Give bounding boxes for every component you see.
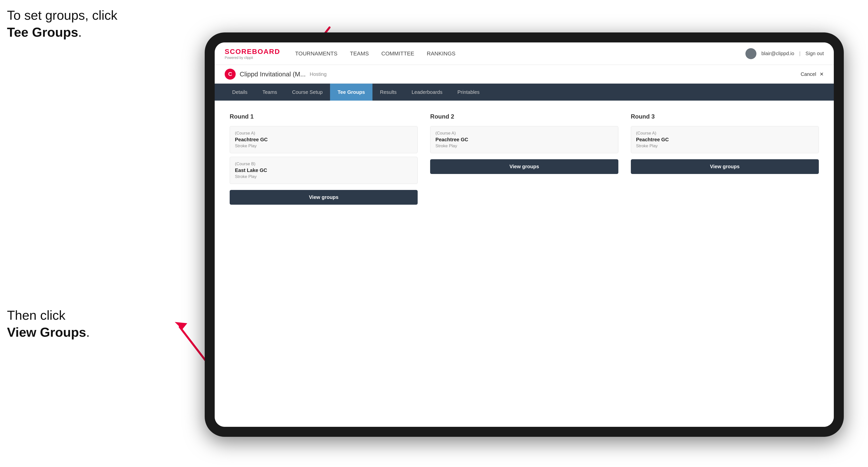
tab-bar: Details Teams Course Setup Tee Groups Re…: [215, 84, 834, 101]
round-2-course-a-card: (Course A) Peachtree GC Stroke Play: [430, 126, 618, 153]
top-nav: SCOREBOARD Powered by clippit TOURNAMENT…: [215, 42, 834, 65]
logo-text: SCOREBOARD: [225, 48, 280, 56]
tab-results[interactable]: Results: [372, 84, 404, 101]
cancel-label: Cancel: [801, 71, 816, 77]
nav-committee[interactable]: COMMITTEE: [381, 51, 414, 57]
tab-printables[interactable]: Printables: [450, 84, 487, 101]
round-3-view-groups-button[interactable]: View groups: [631, 159, 819, 174]
tab-leaderboards[interactable]: Leaderboards: [404, 84, 450, 101]
round-1-course-b-format: Stroke Play: [235, 174, 412, 179]
instruction-bottom: Then click View Groups.: [7, 307, 90, 341]
sign-out-link[interactable]: Sign out: [806, 51, 824, 56]
instruction-top: To set groups, click Tee Groups.: [7, 7, 117, 41]
tab-tee-groups[interactable]: Tee Groups: [330, 84, 372, 101]
tournament-icon: C: [225, 69, 236, 80]
round-2-course-a-format: Stroke Play: [435, 144, 613, 149]
round-2-view-groups-button[interactable]: View groups: [430, 159, 618, 174]
user-email: blair@clippd.io: [762, 51, 794, 56]
logo-area: SCOREBOARD Powered by clippit: [225, 48, 280, 60]
nav-links: TOURNAMENTS TEAMS COMMITTEE RANKINGS: [295, 51, 455, 57]
round-3-column: Round 3 (Course A) Peachtree GC Stroke P…: [631, 113, 819, 205]
tournament-title: Clippd Invitational (M...: [240, 70, 306, 78]
rounds-container: Round 1 (Course A) Peachtree GC Stroke P…: [230, 113, 819, 205]
round-3-course-a-card: (Course A) Peachtree GC Stroke Play: [631, 126, 819, 153]
tab-teams[interactable]: Teams: [255, 84, 285, 101]
round-3-title: Round 3: [631, 113, 819, 120]
instruction-view-groups: View Groups: [7, 325, 86, 339]
round-1-title: Round 1: [230, 113, 417, 120]
round-2-column: Round 2 (Course A) Peachtree GC Stroke P…: [430, 113, 618, 205]
round-1-course-a-name: Peachtree GC: [235, 137, 412, 143]
round-1-course-b-card: (Course B) East Lake GC Stroke Play: [230, 157, 417, 184]
user-avatar: [745, 48, 756, 59]
round-3-course-a-name: Peachtree GC: [636, 137, 813, 143]
cancel-x: ✕: [819, 71, 824, 77]
round-3-course-a-format: Stroke Play: [636, 144, 813, 149]
tab-course-setup[interactable]: Course Setup: [285, 84, 330, 101]
sub-nav: C Clippd Invitational (M... Hosting Canc…: [215, 65, 834, 84]
round-1-course-b-name: East Lake GC: [235, 167, 412, 173]
nav-right: blair@clippd.io | Sign out: [745, 48, 824, 59]
cancel-button[interactable]: Cancel ✕: [801, 71, 824, 77]
nav-rankings[interactable]: RANKINGS: [427, 51, 456, 57]
nav-tournaments[interactable]: TOURNAMENTS: [295, 51, 338, 57]
tab-details[interactable]: Details: [225, 84, 255, 101]
main-content: Round 1 (Course A) Peachtree GC Stroke P…: [215, 101, 834, 427]
round-1-column: Round 1 (Course A) Peachtree GC Stroke P…: [230, 113, 417, 205]
nav-left: SCOREBOARD Powered by clippit TOURNAMENT…: [225, 48, 455, 60]
logo-scoreboard: SCOREBOARD: [225, 48, 280, 55]
round-1-course-a-format: Stroke Play: [235, 144, 412, 149]
nav-separator: |: [799, 51, 800, 56]
instruction-period1: .: [78, 25, 82, 39]
tablet-screen: SCOREBOARD Powered by clippit TOURNAMENT…: [215, 42, 834, 427]
tablet-frame: SCOREBOARD Powered by clippit TOURNAMENT…: [205, 32, 844, 437]
round-2-course-a-name: Peachtree GC: [435, 137, 613, 143]
tournament-name-bar: C Clippd Invitational (M... Hosting: [225, 69, 327, 80]
round-2-title: Round 2: [430, 113, 618, 120]
round-1-course-a-label: (Course A): [235, 131, 412, 136]
instruction-tee-groups: Tee Groups: [7, 25, 78, 39]
round-3-course-a-label: (Course A): [636, 131, 813, 136]
nav-teams[interactable]: TEAMS: [350, 51, 369, 57]
round-1-course-b-label: (Course B): [235, 161, 412, 166]
instruction-period2: .: [86, 325, 90, 339]
instruction-line1: To set groups, click: [7, 8, 117, 23]
instruction-line3: Then click: [7, 308, 65, 322]
round-1-course-a-card: (Course A) Peachtree GC Stroke Play: [230, 126, 417, 153]
logo-sub: Powered by clippit: [225, 56, 253, 60]
round-2-course-a-label: (Course A): [435, 131, 613, 136]
hosting-label: Hosting: [310, 71, 327, 77]
round-1-view-groups-button[interactable]: View groups: [230, 190, 417, 205]
